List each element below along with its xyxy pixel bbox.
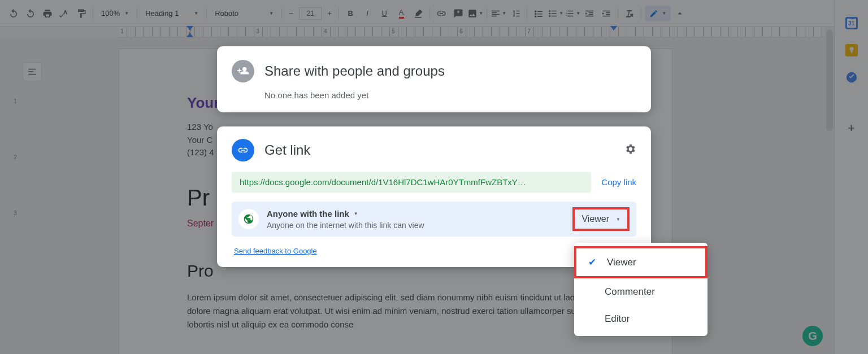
person-add-icon	[232, 60, 254, 82]
gear-icon[interactable]	[624, 143, 636, 158]
feedback-link[interactable]: Send feedback to Google	[234, 247, 317, 255]
link-access-row[interactable]: Anyone with the link ▼ Anyone on the int…	[232, 202, 636, 237]
access-scope-description: Anyone on the internet with this link ca…	[267, 221, 565, 230]
role-option-commenter[interactable]: Commenter	[574, 278, 708, 305]
role-option-label: Commenter	[605, 286, 655, 298]
share-dialog-title: Share with people and groups	[264, 63, 445, 79]
get-link-title: Get link	[264, 142, 614, 158]
link-icon	[232, 139, 254, 161]
chevron-down-icon[interactable]: ▼	[354, 211, 358, 216]
check-icon: ✔	[587, 256, 598, 268]
role-option-label: Viewer	[607, 257, 636, 268]
role-option-editor[interactable]: Editor	[574, 305, 708, 333]
role-select-button[interactable]: Viewer ▼	[578, 212, 624, 226]
chevron-down-icon: ▼	[616, 217, 620, 222]
copy-link-button[interactable]: Copy link	[601, 177, 636, 187]
globe-icon	[238, 209, 259, 229]
share-dialog: Share with people and groups No one has …	[217, 46, 651, 112]
role-option-label: Editor	[605, 313, 630, 325]
role-select-label: Viewer	[581, 214, 609, 224]
access-scope-label: Anyone with the link	[267, 209, 349, 218]
role-dropdown-menu: ✔ Viewer Commenter Editor	[574, 243, 708, 336]
role-option-viewer[interactable]: ✔ Viewer	[574, 246, 708, 278]
share-dialog-subtitle: No one has been added yet	[264, 90, 636, 100]
share-link-field[interactable]: https://docs.google.com/document/d/1V16H…	[232, 172, 591, 193]
highlight-box: Viewer ▼	[572, 207, 630, 231]
